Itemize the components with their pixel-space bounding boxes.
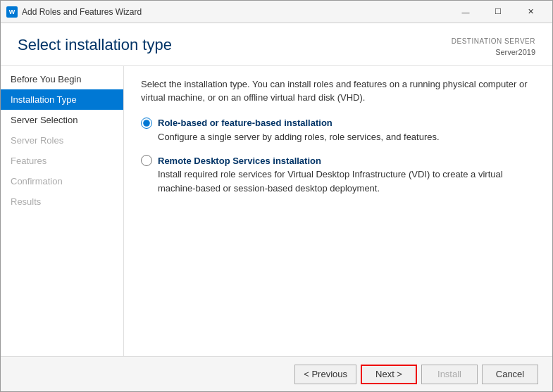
main-body: Before You Begin Installation Type Serve… xyxy=(1,66,552,357)
sidebar-item-results: Results xyxy=(1,191,123,212)
footer: < Previous Next > Install Cancel xyxy=(1,356,552,391)
sidebar-item-before-you-begin[interactable]: Before You Begin xyxy=(1,69,123,89)
sidebar: Before You Begin Installation Type Serve… xyxy=(1,66,124,357)
next-button[interactable]: Next > xyxy=(361,365,417,384)
option-role-based-title: Role-based or feature-based installation xyxy=(158,118,333,128)
minimize-button[interactable]: — xyxy=(449,1,482,23)
destination-label: DESTINATION SERVER xyxy=(452,36,535,46)
option-remote-desktop: Remote Desktop Services installation Ins… xyxy=(141,155,535,195)
sidebar-item-confirmation: Confirmation xyxy=(1,171,123,191)
destination-server: DESTINATION SERVER Server2019 xyxy=(452,36,535,58)
option-group: Role-based or feature-based installation… xyxy=(141,118,535,196)
window-title: Add Roles and Features Wizard xyxy=(22,7,142,17)
option-role-based-header: Role-based or feature-based installation xyxy=(141,118,535,129)
wizard-window: W Add Roles and Features Wizard — ☐ ✕ Se… xyxy=(0,0,553,392)
page-title: Select installation type xyxy=(18,36,172,54)
option-remote-desktop-header: Remote Desktop Services installation xyxy=(141,155,535,166)
cancel-button[interactable]: Cancel xyxy=(482,365,538,384)
sidebar-item-installation-type[interactable]: Installation Type xyxy=(1,89,123,110)
sidebar-item-features: Features xyxy=(1,151,123,171)
install-button: Install xyxy=(421,365,478,384)
radio-role-based[interactable] xyxy=(141,118,152,129)
title-bar-controls: — ☐ ✕ xyxy=(449,1,547,23)
previous-button[interactable]: < Previous xyxy=(294,365,356,384)
close-button[interactable]: ✕ xyxy=(514,1,547,23)
option-role-based: Role-based or feature-based installation… xyxy=(141,118,535,144)
option-role-based-desc: Configure a single server by adding role… xyxy=(158,130,535,144)
main-content: Select the installation type. You can in… xyxy=(124,66,552,357)
sidebar-item-server-selection[interactable]: Server Selection xyxy=(1,110,123,130)
option-remote-desktop-title: Remote Desktop Services installation xyxy=(158,156,321,166)
maximize-button[interactable]: ☐ xyxy=(482,1,514,23)
page-header: Select installation type DESTINATION SER… xyxy=(1,23,552,65)
radio-remote-desktop[interactable] xyxy=(141,155,152,166)
content-area: Select installation type DESTINATION SER… xyxy=(1,23,552,391)
destination-value: Server2019 xyxy=(452,46,535,58)
title-bar-left: W Add Roles and Features Wizard xyxy=(6,6,142,18)
window-icon: W xyxy=(6,6,18,18)
title-bar: W Add Roles and Features Wizard — ☐ ✕ xyxy=(1,1,552,23)
sidebar-item-server-roles: Server Roles xyxy=(1,130,123,151)
option-remote-desktop-desc: Install required role services for Virtu… xyxy=(158,167,535,195)
description-text: Select the installation type. You can in… xyxy=(141,77,535,105)
